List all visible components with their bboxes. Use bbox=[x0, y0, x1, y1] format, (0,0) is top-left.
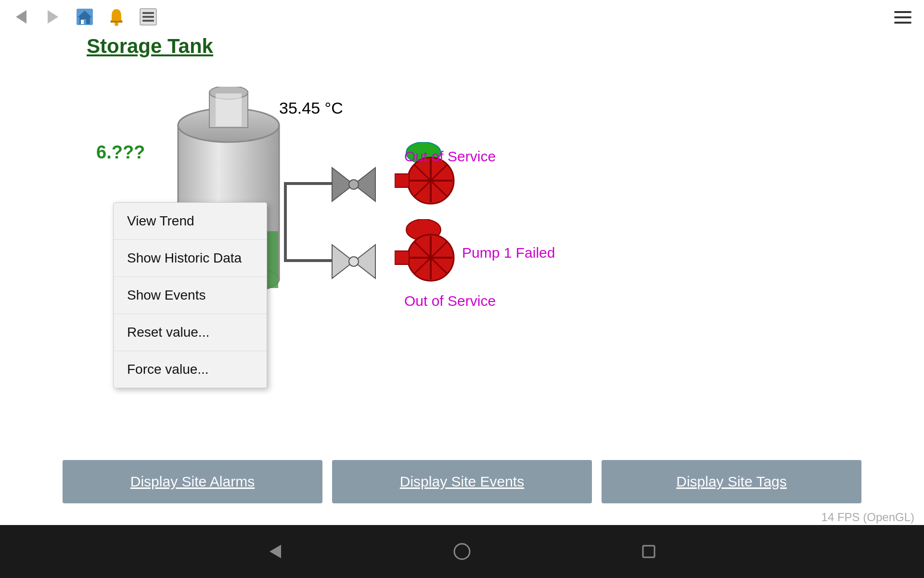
svg-rect-37 bbox=[395, 251, 409, 264]
android-nav-bar bbox=[0, 525, 924, 578]
context-menu-view-trend[interactable]: View Trend bbox=[114, 203, 267, 240]
svg-marker-1 bbox=[48, 10, 58, 24]
hamburger-menu[interactable] bbox=[891, 6, 914, 29]
status-pump-failed: Pump 1 Failed bbox=[462, 245, 555, 261]
context-menu-show-events[interactable]: Show Events bbox=[114, 277, 267, 314]
status-out-of-service-lower: Out of Service bbox=[404, 293, 496, 309]
status-out-of-service-upper: Out of Service bbox=[404, 148, 496, 165]
svg-marker-0 bbox=[16, 10, 26, 24]
svg-rect-6 bbox=[111, 21, 122, 23]
toolbar bbox=[0, 0, 924, 34]
android-home-button[interactable] bbox=[450, 540, 474, 563]
bottom-buttons: Display Site Alarms Display Site Events … bbox=[0, 458, 924, 506]
svg-point-30 bbox=[349, 257, 359, 266]
svg-rect-4 bbox=[81, 20, 84, 24]
android-recents-button[interactable] bbox=[637, 540, 660, 563]
context-menu-show-historic[interactable]: Show Historic Data bbox=[114, 240, 267, 277]
pump-lower[interactable] bbox=[395, 219, 467, 284]
temperature-label: 35.45 °C bbox=[279, 99, 343, 118]
back-button[interactable] bbox=[10, 5, 33, 28]
bell-button[interactable] bbox=[105, 5, 128, 28]
svg-point-20 bbox=[349, 180, 359, 189]
home-button[interactable] bbox=[73, 5, 96, 28]
svg-rect-10 bbox=[142, 20, 154, 22]
svg-point-5 bbox=[115, 22, 118, 26]
svg-point-39 bbox=[454, 544, 470, 559]
forward-button[interactable] bbox=[41, 5, 64, 28]
android-back-button[interactable] bbox=[264, 540, 287, 563]
display-site-tags-button[interactable]: Display Site Tags bbox=[602, 460, 861, 503]
svg-rect-8 bbox=[142, 12, 154, 14]
valve-upper[interactable] bbox=[327, 163, 380, 208]
svg-rect-27 bbox=[395, 174, 409, 187]
page-title: Storage Tank bbox=[87, 35, 213, 58]
value-label: 6.??? bbox=[96, 142, 145, 163]
context-menu: View Trend Show Historic Data Show Event… bbox=[113, 202, 267, 388]
svg-marker-38 bbox=[270, 545, 281, 558]
svg-rect-9 bbox=[142, 16, 154, 18]
svg-rect-40 bbox=[643, 546, 654, 557]
fps-label: 14 FPS (OpenGL) bbox=[821, 511, 914, 524]
valve-lower[interactable] bbox=[327, 240, 380, 285]
context-menu-reset-value[interactable]: Reset value... bbox=[114, 314, 267, 351]
svg-rect-17 bbox=[216, 93, 242, 126]
list-button[interactable] bbox=[137, 5, 160, 28]
pipe-vertical bbox=[284, 182, 287, 262]
display-site-alarms-button[interactable]: Display Site Alarms bbox=[63, 460, 322, 503]
context-menu-force-value[interactable]: Force value... bbox=[114, 351, 267, 388]
diagram-area: 35.45 °C 6.??? bbox=[0, 67, 924, 506]
display-site-events-button[interactable]: Display Site Events bbox=[332, 460, 592, 503]
